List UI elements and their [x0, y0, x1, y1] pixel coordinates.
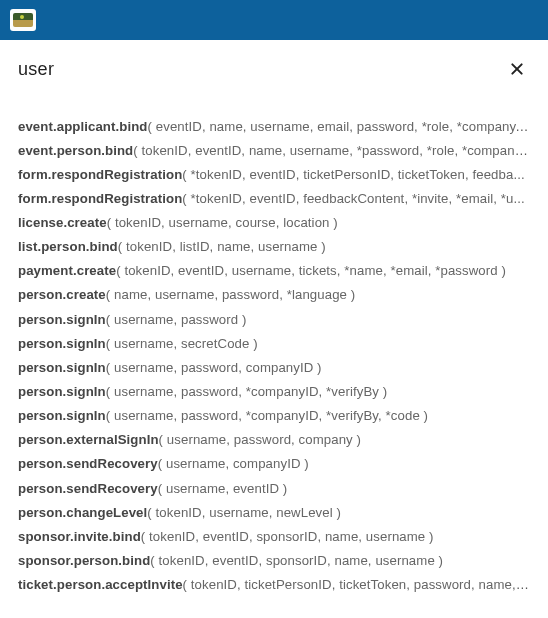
results-list: event.applicant.bind( eventID, name, use…: [0, 98, 548, 597]
result-method: person.externalSignIn: [18, 432, 159, 447]
result-item[interactable]: person.sendRecovery( username, eventID ): [0, 476, 548, 500]
result-item[interactable]: event.person.bind( tokenID, eventID, nam…: [0, 138, 548, 162]
close-button[interactable]: [504, 56, 530, 82]
result-method: person.sendRecovery: [18, 481, 158, 496]
result-params: ( *tokenID, eventID, ticketPersonID, tic…: [182, 167, 524, 182]
result-item[interactable]: payment.create( tokenID, eventID, userna…: [0, 259, 548, 283]
result-method: event.applicant.bind: [18, 119, 148, 134]
result-params: ( eventID, name, username, email, passwo…: [148, 119, 540, 134]
result-method: sponsor.invite.bind: [18, 529, 141, 544]
result-params: ( name, username, password, *language ): [106, 287, 355, 302]
search-input[interactable]: [18, 59, 504, 80]
result-params: ( username, password, companyID ): [106, 360, 322, 375]
result-params: ( username, secretCode ): [106, 336, 258, 351]
result-method: person.sendRecovery: [18, 456, 158, 471]
result-item[interactable]: ticket.person.acceptInvite( tokenID, tic…: [0, 573, 548, 597]
app-logo-icon: [10, 9, 36, 31]
result-item[interactable]: person.signIn( username, password, compa…: [0, 355, 548, 379]
result-params: ( username, eventID ): [158, 481, 288, 496]
result-method: person.create: [18, 287, 106, 302]
result-params: ( *tokenID, eventID, feedbackContent, *i…: [182, 191, 524, 206]
result-method: person.signIn: [18, 312, 106, 327]
result-method: form.respondRegistration: [18, 191, 182, 206]
result-item[interactable]: form.respondRegistration( *tokenID, even…: [0, 186, 548, 210]
result-item[interactable]: person.signIn( username, password ): [0, 307, 548, 331]
result-params: ( username, password, *companyID, *verif…: [106, 384, 388, 399]
result-method: ticket.person.acceptInvite: [18, 577, 183, 592]
result-params: ( tokenID, username, newLevel ): [147, 505, 341, 520]
result-params: ( tokenID, eventID, username, tickets, *…: [116, 263, 506, 278]
result-item[interactable]: license.create( tokenID, username, cours…: [0, 211, 548, 235]
result-method: list.person.bind: [18, 239, 118, 254]
result-method: sponsor.person.bind: [18, 553, 150, 568]
app-header: [0, 0, 548, 40]
result-item[interactable]: sponsor.invite.bind( tokenID, eventID, s…: [0, 524, 548, 548]
result-params: ( username, password, *companyID, *verif…: [106, 408, 428, 423]
result-params: ( tokenID, eventID, sponsorID, name, use…: [150, 553, 443, 568]
result-params: ( username, companyID ): [158, 456, 309, 471]
result-item[interactable]: person.signIn( username, password, *comp…: [0, 404, 548, 428]
close-icon: [509, 61, 525, 77]
result-params: ( tokenID, eventID, sponsorID, name, use…: [141, 529, 434, 544]
result-params: ( tokenID, listID, name, username ): [118, 239, 326, 254]
result-params: ( username, password, company ): [159, 432, 361, 447]
result-method: person.signIn: [18, 384, 106, 399]
result-method: form.respondRegistration: [18, 167, 182, 182]
result-item[interactable]: person.signIn( username, secretCode ): [0, 331, 548, 355]
result-item[interactable]: list.person.bind( tokenID, listID, name,…: [0, 235, 548, 259]
result-item[interactable]: form.respondRegistration( *tokenID, even…: [0, 162, 548, 186]
result-params: ( tokenID, username, course, location ): [107, 215, 338, 230]
result-item[interactable]: person.changeLevel( tokenID, username, n…: [0, 500, 548, 524]
result-params: ( username, password ): [106, 312, 247, 327]
result-method: event.person.bind: [18, 143, 133, 158]
result-method: license.create: [18, 215, 107, 230]
result-item[interactable]: person.sendRecovery( username, companyID…: [0, 452, 548, 476]
result-params: ( tokenID, eventID, name, username, *pas…: [133, 143, 535, 158]
result-method: person.signIn: [18, 336, 106, 351]
result-item[interactable]: person.create( name, username, password,…: [0, 283, 548, 307]
search-row: [0, 40, 548, 98]
result-method: person.changeLevel: [18, 505, 147, 520]
result-method: person.signIn: [18, 360, 106, 375]
result-method: payment.create: [18, 263, 116, 278]
result-item[interactable]: event.applicant.bind( eventID, name, use…: [0, 114, 548, 138]
result-method: person.signIn: [18, 408, 106, 423]
result-item[interactable]: person.signIn( username, password, *comp…: [0, 380, 548, 404]
result-item[interactable]: sponsor.person.bind( tokenID, eventID, s…: [0, 549, 548, 573]
result-params: ( tokenID, ticketPersonID, ticketToken, …: [183, 577, 531, 592]
result-item[interactable]: person.externalSignIn( username, passwor…: [0, 428, 548, 452]
